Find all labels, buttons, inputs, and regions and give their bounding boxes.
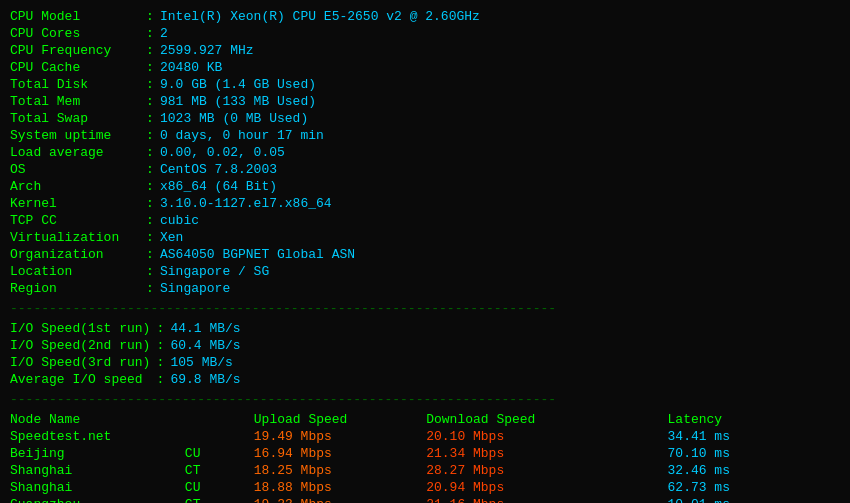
info-colon: : (140, 8, 160, 25)
latency: 70.10 ms (668, 445, 840, 462)
th-location (185, 411, 254, 428)
system-info-row: CPU Cores : 2 (10, 25, 840, 42)
upload-speed: 18.25 Mbps (254, 462, 426, 479)
io-speed-row: Average I/O speed : 69.8 MB/s (10, 371, 840, 388)
io-value: 69.8 MB/s (170, 371, 840, 388)
node-location: CU (185, 445, 254, 462)
info-value: 981 MB (133 MB Used) (160, 93, 840, 110)
node-location: CT (185, 496, 254, 503)
io-speed-row: I/O Speed(2nd run) : 60.4 MB/s (10, 337, 840, 354)
divider-1: ----------------------------------------… (10, 301, 840, 316)
info-value: CentOS 7.8.2003 (160, 161, 840, 178)
system-info-row: Location : Singapore / SG (10, 263, 840, 280)
info-value: 9.0 GB (1.4 GB Used) (160, 76, 840, 93)
info-value: Singapore / SG (160, 263, 840, 280)
io-label: I/O Speed(2nd run) (10, 337, 150, 354)
info-colon: : (140, 25, 160, 42)
info-value: cubic (160, 212, 840, 229)
system-info-row: Total Disk : 9.0 GB (1.4 GB Used) (10, 76, 840, 93)
info-label: Arch (10, 178, 140, 195)
info-label: Kernel (10, 195, 140, 212)
network-row: Guangzhou CT 19.23 Mbps 21.16 Mbps 10.01… (10, 496, 840, 503)
info-label: Organization (10, 246, 140, 263)
info-label: CPU Cache (10, 59, 140, 76)
system-info-table: CPU Model : Intel(R) Xeon(R) CPU E5-2650… (10, 8, 840, 297)
info-colon: : (140, 59, 160, 76)
info-value: 1023 MB (0 MB Used) (160, 110, 840, 127)
latency: 62.73 ms (668, 479, 840, 496)
info-label: CPU Frequency (10, 42, 140, 59)
node-name: Shanghai (10, 462, 185, 479)
info-value: 3.10.0-1127.el7.x86_64 (160, 195, 840, 212)
info-value: 0 days, 0 hour 17 min (160, 127, 840, 144)
info-colon: : (140, 144, 160, 161)
info-label: OS (10, 161, 140, 178)
network-row: Beijing CU 16.94 Mbps 21.34 Mbps 70.10 m… (10, 445, 840, 462)
system-info-row: Load average : 0.00, 0.02, 0.05 (10, 144, 840, 161)
system-info-row: Total Swap : 1023 MB (0 MB Used) (10, 110, 840, 127)
info-colon: : (140, 229, 160, 246)
system-info-row: Total Mem : 981 MB (133 MB Used) (10, 93, 840, 110)
info-label: Region (10, 280, 140, 297)
latency: 10.01 ms (668, 496, 840, 503)
node-name: Shanghai (10, 479, 185, 496)
info-value: 2 (160, 25, 840, 42)
io-value: 60.4 MB/s (170, 337, 840, 354)
io-label: Average I/O speed (10, 371, 150, 388)
info-value: 2599.927 MHz (160, 42, 840, 59)
info-label: CPU Cores (10, 25, 140, 42)
info-label: Load average (10, 144, 140, 161)
info-value: Singapore (160, 280, 840, 297)
th-upload: Upload Speed (254, 411, 426, 428)
th-node-name: Node Name (10, 411, 185, 428)
info-colon: : (140, 127, 160, 144)
info-label: Total Disk (10, 76, 140, 93)
th-download: Download Speed (426, 411, 667, 428)
upload-speed: 18.88 Mbps (254, 479, 426, 496)
info-colon: : (140, 110, 160, 127)
download-speed: 20.94 Mbps (426, 479, 667, 496)
info-colon: : (140, 246, 160, 263)
latency: 32.46 ms (668, 462, 840, 479)
system-info-row: Arch : x86_64 (64 Bit) (10, 178, 840, 195)
info-value: 0.00, 0.02, 0.05 (160, 144, 840, 161)
network-row: Shanghai CT 18.25 Mbps 28.27 Mbps 32.46 … (10, 462, 840, 479)
info-colon: : (140, 76, 160, 93)
info-colon: : (140, 93, 160, 110)
download-speed: 20.10 Mbps (426, 428, 667, 445)
node-name: Guangzhou (10, 496, 185, 503)
info-colon: : (140, 263, 160, 280)
system-info-row: Organization : AS64050 BGPNET Global ASN (10, 246, 840, 263)
network-table: Node Name Upload Speed Download Speed La… (10, 411, 840, 503)
io-speed-table: I/O Speed(1st run) : 44.1 MB/s I/O Speed… (10, 320, 840, 388)
io-speed-row: I/O Speed(1st run) : 44.1 MB/s (10, 320, 840, 337)
network-row: Shanghai CU 18.88 Mbps 20.94 Mbps 62.73 … (10, 479, 840, 496)
system-info-row: Kernel : 3.10.0-1127.el7.x86_64 (10, 195, 840, 212)
io-colon: : (150, 320, 170, 337)
node-name: Speedtest.net (10, 428, 185, 445)
system-info-row: Virtualization : Xen (10, 229, 840, 246)
io-speed-row: I/O Speed(3rd run) : 105 MB/s (10, 354, 840, 371)
info-colon: : (140, 195, 160, 212)
info-label: Virtualization (10, 229, 140, 246)
info-label: Location (10, 263, 140, 280)
info-colon: : (140, 178, 160, 195)
io-colon: : (150, 371, 170, 388)
info-label: Total Mem (10, 93, 140, 110)
info-label: TCP CC (10, 212, 140, 229)
system-info-row: TCP CC : cubic (10, 212, 840, 229)
network-row: Speedtest.net 19.49 Mbps 20.10 Mbps 34.4… (10, 428, 840, 445)
system-info-row: System uptime : 0 days, 0 hour 17 min (10, 127, 840, 144)
io-label: I/O Speed(1st run) (10, 320, 150, 337)
download-speed: 21.34 Mbps (426, 445, 667, 462)
io-value: 105 MB/s (170, 354, 840, 371)
info-value: Intel(R) Xeon(R) CPU E5-2650 v2 @ 2.60GH… (160, 8, 840, 25)
io-value: 44.1 MB/s (170, 320, 840, 337)
node-location: CT (185, 462, 254, 479)
system-info-row: CPU Cache : 20480 KB (10, 59, 840, 76)
system-info-row: Region : Singapore (10, 280, 840, 297)
node-location (185, 428, 254, 445)
latency: 34.41 ms (668, 428, 840, 445)
system-info-row: OS : CentOS 7.8.2003 (10, 161, 840, 178)
info-value: AS64050 BGPNET Global ASN (160, 246, 840, 263)
